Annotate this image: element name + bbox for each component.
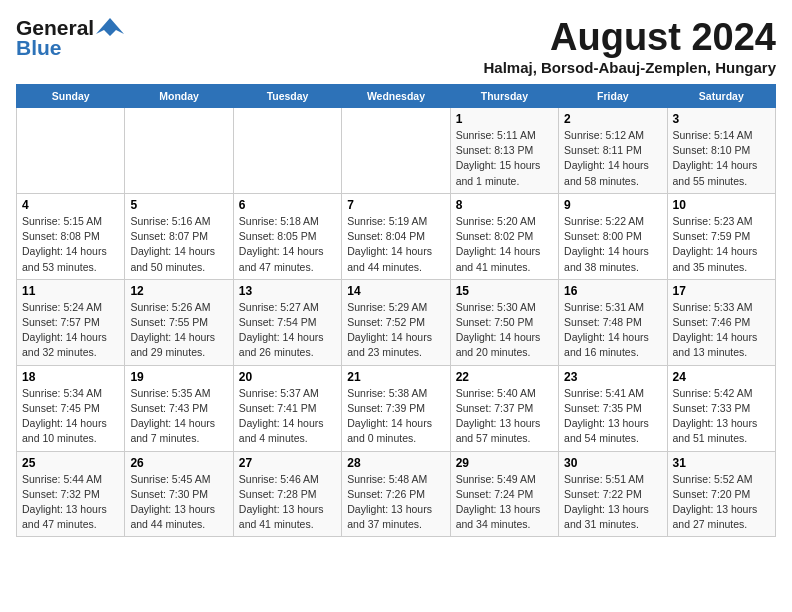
day-info: Sunrise: 5:40 AM Sunset: 7:37 PM Dayligh…	[456, 386, 553, 447]
day-info: Sunrise: 5:34 AM Sunset: 7:45 PM Dayligh…	[22, 386, 119, 447]
day-info: Sunrise: 5:45 AM Sunset: 7:30 PM Dayligh…	[130, 472, 227, 533]
calendar-cell	[17, 108, 125, 194]
day-number: 13	[239, 284, 336, 298]
calendar-cell: 8Sunrise: 5:20 AM Sunset: 8:02 PM Daylig…	[450, 193, 558, 279]
calendar-week-2: 4Sunrise: 5:15 AM Sunset: 8:08 PM Daylig…	[17, 193, 776, 279]
calendar-cell: 22Sunrise: 5:40 AM Sunset: 7:37 PM Dayli…	[450, 365, 558, 451]
day-info: Sunrise: 5:51 AM Sunset: 7:22 PM Dayligh…	[564, 472, 661, 533]
calendar-week-1: 1Sunrise: 5:11 AM Sunset: 8:13 PM Daylig…	[17, 108, 776, 194]
calendar-cell: 20Sunrise: 5:37 AM Sunset: 7:41 PM Dayli…	[233, 365, 341, 451]
day-number: 27	[239, 456, 336, 470]
day-number: 2	[564, 112, 661, 126]
day-number: 12	[130, 284, 227, 298]
calendar-cell: 14Sunrise: 5:29 AM Sunset: 7:52 PM Dayli…	[342, 279, 450, 365]
day-number: 8	[456, 198, 553, 212]
day-number: 5	[130, 198, 227, 212]
calendar-cell: 25Sunrise: 5:44 AM Sunset: 7:32 PM Dayli…	[17, 451, 125, 537]
calendar-cell: 21Sunrise: 5:38 AM Sunset: 7:39 PM Dayli…	[342, 365, 450, 451]
day-number: 1	[456, 112, 553, 126]
location-title: Halmaj, Borsod-Abauj-Zemplen, Hungary	[483, 59, 776, 76]
day-number: 7	[347, 198, 444, 212]
day-number: 20	[239, 370, 336, 384]
weekday-header-tuesday: Tuesday	[233, 85, 341, 108]
weekday-header-saturday: Saturday	[667, 85, 775, 108]
day-info: Sunrise: 5:15 AM Sunset: 8:08 PM Dayligh…	[22, 214, 119, 275]
calendar-cell: 19Sunrise: 5:35 AM Sunset: 7:43 PM Dayli…	[125, 365, 233, 451]
calendar-cell: 18Sunrise: 5:34 AM Sunset: 7:45 PM Dayli…	[17, 365, 125, 451]
day-info: Sunrise: 5:23 AM Sunset: 7:59 PM Dayligh…	[673, 214, 770, 275]
calendar-cell: 15Sunrise: 5:30 AM Sunset: 7:50 PM Dayli…	[450, 279, 558, 365]
calendar-cell: 1Sunrise: 5:11 AM Sunset: 8:13 PM Daylig…	[450, 108, 558, 194]
day-number: 19	[130, 370, 227, 384]
weekday-header-sunday: Sunday	[17, 85, 125, 108]
day-number: 21	[347, 370, 444, 384]
day-info: Sunrise: 5:29 AM Sunset: 7:52 PM Dayligh…	[347, 300, 444, 361]
day-number: 26	[130, 456, 227, 470]
page-header: General Blue August 2024 Halmaj, Borsod-…	[16, 16, 776, 76]
day-number: 18	[22, 370, 119, 384]
calendar-cell: 17Sunrise: 5:33 AM Sunset: 7:46 PM Dayli…	[667, 279, 775, 365]
day-info: Sunrise: 5:42 AM Sunset: 7:33 PM Dayligh…	[673, 386, 770, 447]
calendar-cell: 23Sunrise: 5:41 AM Sunset: 7:35 PM Dayli…	[559, 365, 667, 451]
day-info: Sunrise: 5:20 AM Sunset: 8:02 PM Dayligh…	[456, 214, 553, 275]
day-number: 15	[456, 284, 553, 298]
day-info: Sunrise: 5:11 AM Sunset: 8:13 PM Dayligh…	[456, 128, 553, 189]
calendar-cell: 7Sunrise: 5:19 AM Sunset: 8:04 PM Daylig…	[342, 193, 450, 279]
day-info: Sunrise: 5:49 AM Sunset: 7:24 PM Dayligh…	[456, 472, 553, 533]
day-number: 30	[564, 456, 661, 470]
calendar-cell: 26Sunrise: 5:45 AM Sunset: 7:30 PM Dayli…	[125, 451, 233, 537]
day-number: 22	[456, 370, 553, 384]
day-info: Sunrise: 5:38 AM Sunset: 7:39 PM Dayligh…	[347, 386, 444, 447]
day-number: 25	[22, 456, 119, 470]
title-section: August 2024 Halmaj, Borsod-Abauj-Zemplen…	[483, 16, 776, 76]
day-info: Sunrise: 5:31 AM Sunset: 7:48 PM Dayligh…	[564, 300, 661, 361]
logo-blue-text: Blue	[16, 36, 62, 60]
calendar-cell	[342, 108, 450, 194]
day-info: Sunrise: 5:14 AM Sunset: 8:10 PM Dayligh…	[673, 128, 770, 189]
logo-bird-icon	[96, 16, 124, 38]
day-number: 11	[22, 284, 119, 298]
day-number: 24	[673, 370, 770, 384]
day-number: 3	[673, 112, 770, 126]
calendar-cell: 2Sunrise: 5:12 AM Sunset: 8:11 PM Daylig…	[559, 108, 667, 194]
day-number: 10	[673, 198, 770, 212]
day-info: Sunrise: 5:16 AM Sunset: 8:07 PM Dayligh…	[130, 214, 227, 275]
day-info: Sunrise: 5:35 AM Sunset: 7:43 PM Dayligh…	[130, 386, 227, 447]
calendar-cell	[125, 108, 233, 194]
day-number: 6	[239, 198, 336, 212]
calendar-cell: 9Sunrise: 5:22 AM Sunset: 8:00 PM Daylig…	[559, 193, 667, 279]
logo: General Blue	[16, 16, 124, 60]
calendar-cell: 3Sunrise: 5:14 AM Sunset: 8:10 PM Daylig…	[667, 108, 775, 194]
day-info: Sunrise: 5:27 AM Sunset: 7:54 PM Dayligh…	[239, 300, 336, 361]
calendar-cell: 30Sunrise: 5:51 AM Sunset: 7:22 PM Dayli…	[559, 451, 667, 537]
weekday-header-thursday: Thursday	[450, 85, 558, 108]
day-info: Sunrise: 5:30 AM Sunset: 7:50 PM Dayligh…	[456, 300, 553, 361]
day-number: 29	[456, 456, 553, 470]
calendar-header-row: SundayMondayTuesdayWednesdayThursdayFrid…	[17, 85, 776, 108]
calendar-cell: 13Sunrise: 5:27 AM Sunset: 7:54 PM Dayli…	[233, 279, 341, 365]
day-info: Sunrise: 5:22 AM Sunset: 8:00 PM Dayligh…	[564, 214, 661, 275]
day-info: Sunrise: 5:44 AM Sunset: 7:32 PM Dayligh…	[22, 472, 119, 533]
day-info: Sunrise: 5:33 AM Sunset: 7:46 PM Dayligh…	[673, 300, 770, 361]
calendar-cell	[233, 108, 341, 194]
day-number: 14	[347, 284, 444, 298]
day-number: 17	[673, 284, 770, 298]
calendar-week-4: 18Sunrise: 5:34 AM Sunset: 7:45 PM Dayli…	[17, 365, 776, 451]
month-title: August 2024	[483, 16, 776, 59]
calendar-table: SundayMondayTuesdayWednesdayThursdayFrid…	[16, 84, 776, 537]
day-number: 23	[564, 370, 661, 384]
day-number: 31	[673, 456, 770, 470]
day-info: Sunrise: 5:52 AM Sunset: 7:20 PM Dayligh…	[673, 472, 770, 533]
day-info: Sunrise: 5:46 AM Sunset: 7:28 PM Dayligh…	[239, 472, 336, 533]
calendar-cell: 12Sunrise: 5:26 AM Sunset: 7:55 PM Dayli…	[125, 279, 233, 365]
day-info: Sunrise: 5:24 AM Sunset: 7:57 PM Dayligh…	[22, 300, 119, 361]
svg-marker-0	[96, 18, 124, 36]
calendar-week-3: 11Sunrise: 5:24 AM Sunset: 7:57 PM Dayli…	[17, 279, 776, 365]
calendar-cell: 27Sunrise: 5:46 AM Sunset: 7:28 PM Dayli…	[233, 451, 341, 537]
calendar-week-5: 25Sunrise: 5:44 AM Sunset: 7:32 PM Dayli…	[17, 451, 776, 537]
day-info: Sunrise: 5:26 AM Sunset: 7:55 PM Dayligh…	[130, 300, 227, 361]
calendar-cell: 5Sunrise: 5:16 AM Sunset: 8:07 PM Daylig…	[125, 193, 233, 279]
calendar-cell: 29Sunrise: 5:49 AM Sunset: 7:24 PM Dayli…	[450, 451, 558, 537]
calendar-cell: 6Sunrise: 5:18 AM Sunset: 8:05 PM Daylig…	[233, 193, 341, 279]
calendar-cell: 16Sunrise: 5:31 AM Sunset: 7:48 PM Dayli…	[559, 279, 667, 365]
